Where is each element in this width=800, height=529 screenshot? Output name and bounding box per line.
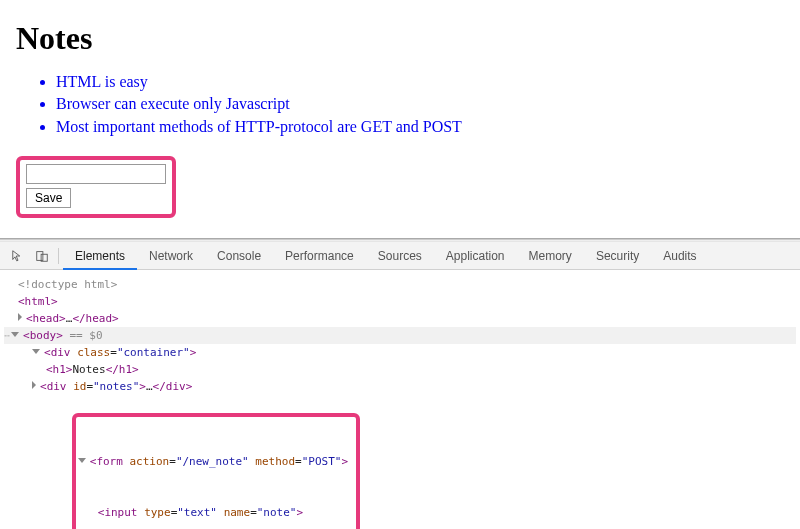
source-token: </div> [153, 380, 193, 393]
source-token: <html> [18, 295, 58, 308]
source-token: form [96, 455, 123, 468]
expand-icon[interactable] [18, 313, 22, 321]
gutter-dots: ⋯ [4, 330, 9, 341]
selection-indicator: == $0 [69, 329, 102, 342]
notes-list: HTML is easy Browser can execute only Ja… [16, 71, 784, 138]
source-token: </h1> [106, 363, 139, 376]
tab-memory[interactable]: Memory [517, 242, 584, 270]
list-item: Most important methods of HTTP-protocol … [56, 116, 784, 138]
elements-source-tree[interactable]: <!doctype html> <html> <head>…</head> ⋯<… [0, 270, 800, 529]
source-highlight-box: <form action="/new_note" method="POST"> … [72, 413, 360, 529]
svg-rect-0 [37, 251, 43, 260]
collapse-icon[interactable] [78, 458, 86, 463]
selected-node-row[interactable]: ⋯<body> == $0 [4, 327, 796, 344]
source-token: method [255, 455, 295, 468]
tab-performance[interactable]: Performance [273, 242, 366, 270]
expand-icon[interactable] [32, 381, 36, 389]
source-token: id [73, 380, 86, 393]
list-item: HTML is easy [56, 71, 784, 93]
tab-console[interactable]: Console [205, 242, 273, 270]
list-item: Browser can execute only Javascript [56, 93, 784, 115]
source-token: action [130, 455, 170, 468]
source-token: class [77, 346, 110, 359]
source-token: "POST" [302, 455, 342, 468]
source-token: "notes" [93, 380, 139, 393]
collapse-icon[interactable] [11, 332, 19, 337]
source-token: "/new_note" [176, 455, 249, 468]
source-token: <!doctype html> [18, 278, 117, 291]
source-token: "container" [117, 346, 190, 359]
collapse-icon[interactable] [32, 349, 40, 354]
tab-elements[interactable]: Elements [63, 242, 137, 270]
devtools-toolbar: Elements Network Console Performance Sou… [0, 242, 800, 270]
source-token: <h1> [46, 363, 73, 376]
tab-application[interactable]: Application [434, 242, 517, 270]
page-viewport: Notes HTML is easy Browser can execute o… [0, 0, 800, 239]
source-token: … [146, 380, 153, 393]
toolbar-separator [58, 248, 59, 264]
device-toggle-icon[interactable] [30, 244, 54, 268]
tab-security[interactable]: Security [584, 242, 651, 270]
source-token: input [104, 506, 137, 519]
source-token: div [47, 380, 67, 393]
devtools-panel: Elements Network Console Performance Sou… [0, 242, 800, 529]
source-token: div [51, 346, 71, 359]
page-title: Notes [16, 20, 784, 57]
source-token: type [144, 506, 171, 519]
source-token: </head> [72, 312, 118, 325]
tab-audits[interactable]: Audits [651, 242, 708, 270]
source-token: <head> [26, 312, 66, 325]
tab-network[interactable]: Network [137, 242, 205, 270]
save-button[interactable]: Save [26, 188, 71, 208]
note-input[interactable] [26, 164, 166, 184]
source-token: Notes [73, 363, 106, 376]
source-token: name [224, 506, 251, 519]
source-token: "text" [177, 506, 217, 519]
tab-sources[interactable]: Sources [366, 242, 434, 270]
source-token: "note" [257, 506, 297, 519]
form-highlight-box: Save [16, 156, 176, 218]
inspect-icon[interactable] [6, 244, 30, 268]
source-token: <body> [23, 329, 63, 342]
